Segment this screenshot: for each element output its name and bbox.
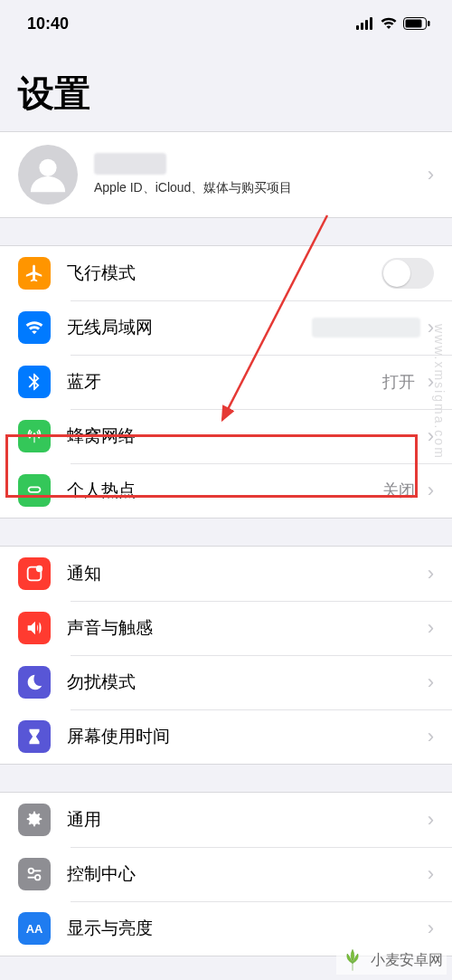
cellular-signal-icon: [356, 17, 374, 30]
svg-point-12: [35, 875, 40, 880]
row-label: 声音与触感: [67, 616, 420, 640]
status-time: 10:40: [27, 14, 69, 33]
chevron-right-icon: ›: [428, 917, 434, 940]
hotspot-row[interactable]: 个人热点 关闭 ›: [0, 463, 452, 518]
chevron-right-icon: ›: [428, 671, 434, 694]
general-row[interactable]: 通用 ›: [0, 793, 452, 847]
gear-icon: [18, 804, 51, 836]
row-label: 蜂窝网络: [67, 424, 420, 448]
wheat-logo-icon: [340, 947, 365, 973]
connectivity-group: 飞行模式 无线局域网 › 蓝牙 打开 › 蜂窝网络 › 个人热点 关闭 ›: [0, 245, 452, 519]
wifi-icon: [380, 17, 398, 30]
airplane-mode-row[interactable]: 飞行模式: [0, 246, 452, 300]
watermark-bottom: 小麦安卓网: [336, 946, 447, 975]
airplane-icon: [18, 257, 51, 290]
hourglass-icon: [18, 720, 51, 753]
row-label: 无线局域网: [67, 316, 312, 339]
row-label: 控制中心: [67, 862, 420, 886]
row-label: 个人热点: [67, 479, 382, 502]
wifi-row[interactable]: 无线局域网 ›: [0, 300, 452, 355]
svg-rect-6: [428, 21, 430, 26]
cellular-icon: [18, 420, 51, 452]
svg-rect-2: [365, 20, 368, 30]
display-icon: AA: [18, 912, 51, 945]
row-detail: 打开: [382, 371, 415, 393]
chevron-right-icon: ›: [428, 808, 434, 832]
preferences-group: 通知 › 声音与触感 › 勿扰模式 › 屏幕使用时间 ›: [0, 546, 452, 765]
moon-icon: [18, 666, 51, 699]
watermark-side: www.xmsigma.com: [432, 324, 447, 460]
avatar: [18, 145, 78, 205]
chevron-right-icon: ›: [428, 862, 434, 886]
bluetooth-row[interactable]: 蓝牙 打开 ›: [0, 355, 452, 409]
svg-rect-3: [370, 17, 372, 30]
sounds-row[interactable]: 声音与触感 ›: [0, 601, 452, 655]
sliders-icon: [18, 858, 51, 890]
chevron-right-icon: ›: [428, 562, 434, 585]
wifi-detail-blur: [312, 318, 420, 338]
dnd-row[interactable]: 勿扰模式 ›: [0, 655, 452, 709]
notifications-row[interactable]: 通知 ›: [0, 547, 452, 601]
row-label: 显示与亮度: [67, 917, 420, 940]
svg-rect-1: [361, 23, 363, 30]
hotspot-icon: [18, 474, 51, 507]
chevron-right-icon: ›: [428, 163, 434, 186]
control-center-row[interactable]: 控制中心 ›: [0, 847, 452, 901]
row-label: 飞行模式: [67, 262, 381, 285]
row-label: 勿扰模式: [67, 671, 420, 694]
page-title: 设置: [0, 43, 452, 131]
chevron-right-icon: ›: [428, 725, 434, 748]
speaker-icon: [18, 612, 51, 644]
svg-rect-0: [356, 25, 359, 30]
row-label: 通用: [67, 808, 420, 832]
watermark-text: 小麦安卓网: [371, 951, 443, 970]
row-label: 屏幕使用时间: [67, 725, 420, 748]
row-detail: 关闭: [382, 480, 415, 501]
airplane-toggle[interactable]: [381, 258, 434, 289]
screentime-row[interactable]: 屏幕使用时间 ›: [0, 709, 452, 764]
chevron-right-icon: ›: [428, 479, 434, 502]
notification-icon: [18, 557, 51, 590]
wifi-icon: [18, 311, 51, 344]
bluetooth-icon: [18, 366, 51, 398]
svg-rect-5: [406, 20, 422, 28]
status-bar: 10:40: [0, 0, 452, 43]
profile-subtitle: Apple ID、iCloud、媒体与购买项目: [94, 180, 420, 196]
profile-group: Apple ID、iCloud、媒体与购买项目 ›: [0, 131, 452, 218]
row-label: 通知: [67, 562, 420, 585]
profile-name-blur: [94, 153, 166, 175]
svg-point-9: [36, 566, 42, 572]
chevron-right-icon: ›: [428, 616, 434, 640]
row-label: 蓝牙: [67, 370, 382, 394]
system-group: 通用 › 控制中心 › AA 显示与亮度 ›: [0, 792, 452, 956]
svg-text:AA: AA: [26, 922, 43, 936]
cellular-row[interactable]: 蜂窝网络 ›: [0, 409, 452, 463]
status-icons: [356, 17, 430, 30]
apple-id-row[interactable]: Apple ID、iCloud、媒体与购买项目 ›: [0, 132, 452, 217]
svg-point-7: [39, 159, 56, 176]
svg-point-10: [29, 869, 33, 874]
battery-icon: [403, 17, 430, 30]
